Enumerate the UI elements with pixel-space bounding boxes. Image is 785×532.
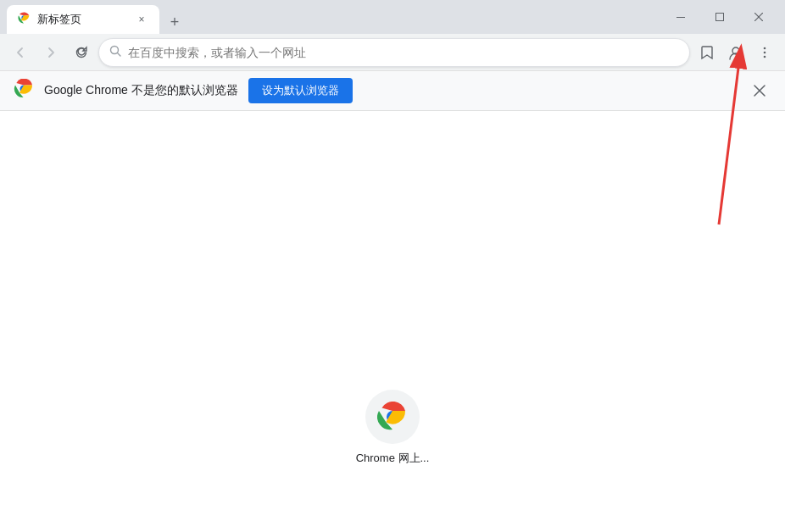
search-icon bbox=[109, 45, 121, 59]
window-controls bbox=[661, 0, 778, 34]
shortcut-icon bbox=[365, 390, 420, 444]
minimize-button[interactable] bbox=[661, 0, 700, 34]
tab-strip: 新标签页 × + bbox=[7, 0, 661, 34]
svg-rect-1 bbox=[676, 17, 685, 18]
set-default-button[interactable]: 设为默认浏览器 bbox=[248, 78, 353, 103]
active-tab[interactable]: 新标签页 × bbox=[7, 5, 159, 34]
toolbar bbox=[0, 34, 785, 71]
profile-button[interactable] bbox=[722, 39, 749, 66]
close-button[interactable] bbox=[739, 0, 778, 34]
svg-line-6 bbox=[118, 53, 121, 57]
chrome-webstore-shortcut[interactable]: Chrome 网上... bbox=[356, 390, 430, 466]
toolbar-actions bbox=[693, 39, 778, 66]
forward-button[interactable] bbox=[37, 39, 64, 66]
title-bar: 新标签页 × + bbox=[0, 0, 785, 34]
reload-button[interactable] bbox=[68, 39, 95, 66]
address-input[interactable] bbox=[128, 46, 679, 59]
svg-point-9 bbox=[764, 51, 766, 53]
tab-title: 新标签页 bbox=[37, 12, 127, 27]
notification-text: Google Chrome 不是您的默认浏览器 bbox=[44, 83, 238, 98]
content-area: Chrome 网上... bbox=[0, 111, 785, 532]
svg-point-10 bbox=[764, 55, 766, 58]
new-tab-button[interactable]: + bbox=[163, 10, 187, 34]
svg-rect-2 bbox=[716, 14, 724, 21]
chrome-logo-icon bbox=[14, 79, 34, 103]
tab-favicon bbox=[17, 11, 31, 28]
svg-point-8 bbox=[764, 47, 766, 49]
notification-close-button[interactable] bbox=[748, 79, 771, 103]
menu-button[interactable] bbox=[751, 39, 778, 66]
maximize-button[interactable] bbox=[700, 0, 739, 34]
shortcut-label: Chrome 网上... bbox=[356, 451, 430, 466]
notification-bar: Google Chrome 不是您的默认浏览器 设为默认浏览器 bbox=[0, 71, 785, 111]
tab-close-button[interactable]: × bbox=[134, 12, 149, 27]
address-bar[interactable] bbox=[98, 38, 690, 67]
bookmark-button[interactable] bbox=[693, 39, 721, 66]
back-button[interactable] bbox=[7, 39, 34, 66]
